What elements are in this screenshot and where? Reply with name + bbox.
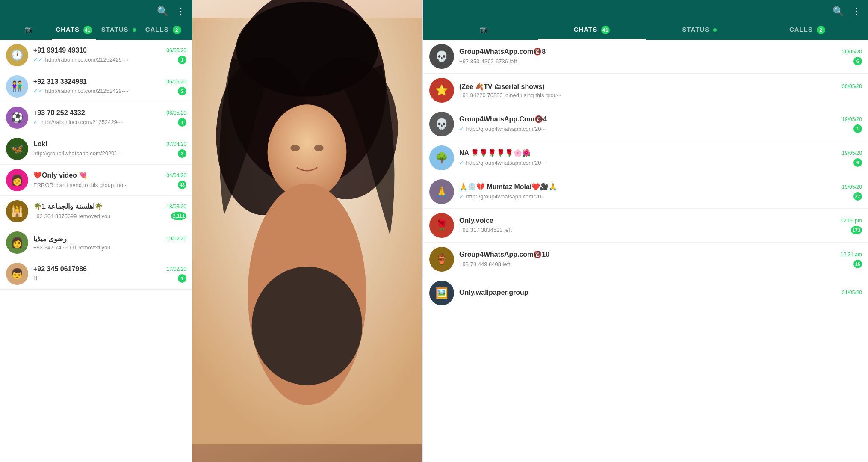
chat-name-5: 🌴اهلسنة والجماعة 1🌴 bbox=[33, 202, 103, 210]
left-chat-item-1[interactable]: 👫 +92 313 3324981 06/05/20 ✓✓ http://rab… bbox=[0, 71, 192, 102]
right-tab-status[interactable]: STATUS bbox=[646, 21, 753, 40]
right-chat-item-0[interactable]: 💀 Group4WhatsApp.com🔞8 26/05/20 +62 853-… bbox=[423, 40, 868, 74]
left-chat-item-5[interactable]: 🕌 🌴اهلسنة والجماعة 1🌴 18/03/20 +92 304 8… bbox=[0, 196, 192, 227]
right-camera-tab[interactable]: 📷 bbox=[430, 21, 538, 40]
right-unread-badge-5: 173 bbox=[851, 226, 862, 234]
left-chat-item-7[interactable]: 👦 +92 345 0617986 17/02/20 Hi 1 bbox=[0, 258, 192, 290]
right-unread-badge-3: 6 bbox=[853, 158, 862, 167]
right-header: 🔍 ⋮ 📷 CHATS 41 STATUS CALLS 2 bbox=[423, 0, 868, 40]
right-avatar-6: 🏺 bbox=[429, 247, 454, 272]
chats-badge: 41 bbox=[83, 26, 92, 34]
avatar-2: ⚽ bbox=[6, 107, 28, 129]
right-chat-time-7: 21/05/20 bbox=[842, 290, 862, 296]
right-tick-icon-3: ✓ bbox=[459, 160, 464, 166]
avatar-1: 👫 bbox=[6, 75, 28, 98]
right-chat-time-5: 12:09 pm bbox=[841, 218, 862, 224]
right-chat-preview-row-0: +62 853-4362-6736 left 6 bbox=[459, 57, 862, 65]
right-tab-chats[interactable]: CHATS 41 bbox=[538, 21, 646, 40]
right-chat-list: 💀 Group4WhatsApp.com🔞8 26/05/20 +62 853-… bbox=[423, 40, 868, 462]
right-chat-content-4: 🙏💿💔 Mumtaz Molai❤️🎥🙏 19/05/20 ✓ http://g… bbox=[459, 183, 862, 201]
right-chat-item-5[interactable]: 🌹 Only.voice 12:09 pm +92 317 3834523 le… bbox=[423, 209, 868, 243]
left-search-button[interactable]: 🔍 bbox=[157, 6, 168, 17]
right-chat-name-row-2: Group4WhatsApp.Com🔞4 19/05/20 bbox=[459, 115, 862, 123]
right-chat-preview-1: +91 84220 70880 joined using this grou··… bbox=[459, 92, 561, 98]
chat-preview-5: +92 304 8875699 removed you bbox=[33, 213, 110, 219]
right-chat-content-6: Group4WhatsApp.com🔞10 12:31 am +93 78 44… bbox=[459, 250, 862, 268]
avatar-7: 👦 bbox=[6, 263, 28, 285]
left-chat-item-0[interactable]: 🕐 +91 99149 49310 06/05/20 ✓✓ http://rab… bbox=[0, 40, 192, 71]
left-chat-item-3[interactable]: 🦋 Loki 07/04/20 http://group4whatsapp.co… bbox=[0, 133, 192, 165]
right-search-button[interactable]: 🔍 bbox=[833, 6, 844, 17]
right-chat-preview-row-5: +92 317 3834523 left 173 bbox=[459, 226, 862, 234]
left-menu-button[interactable]: ⋮ bbox=[176, 6, 186, 17]
chat-time-5: 18/03/20 bbox=[166, 204, 186, 210]
tick-icon-0: ✓✓ bbox=[33, 56, 43, 63]
left-tabs: 📷 CHATS 41 STATUS CALLS 2 bbox=[7, 21, 186, 40]
right-chat-item-1[interactable]: ⭐ (Zee 🍂TV 🗂serial shows) 30/05/20 +91 8… bbox=[423, 74, 868, 107]
chat-name-0: +91 99149 49310 bbox=[33, 47, 87, 54]
unread-badge-1: 2 bbox=[178, 87, 186, 95]
right-chat-content-7: Only.wallpaper.group 21/05/20 bbox=[459, 289, 862, 298]
chat-preview-6: +92 347 7459001 removed you bbox=[33, 244, 110, 251]
right-avatar-3: 🌳 bbox=[429, 145, 454, 170]
unread-badge-2: 1 bbox=[178, 118, 186, 127]
right-chat-name-row-3: NA 🌹🌹🌹🌹🌹🌸🌺 19/05/20 bbox=[459, 149, 862, 157]
right-chat-name-7: Only.wallpaper.group bbox=[459, 289, 528, 296]
avatar-6: 👩 bbox=[6, 231, 28, 254]
right-chat-item-3[interactable]: 🌳 NA 🌹🌹🌹🌹🌹🌸🌺 19/05/20 ✓ http://group4wha… bbox=[423, 141, 868, 175]
chat-time-4: 04/04/20 bbox=[166, 172, 186, 178]
right-avatar-5: 🌹 bbox=[429, 213, 454, 238]
left-camera-tab[interactable]: 📷 bbox=[7, 21, 52, 40]
right-menu-button[interactable]: ⋮ bbox=[852, 6, 861, 17]
left-chat-item-2[interactable]: ⚽ +93 70 252 4332 06/05/20 ✓ http://rabo… bbox=[0, 102, 192, 133]
right-chat-content-0: Group4WhatsApp.com🔞8 26/05/20 +62 853-43… bbox=[459, 47, 862, 65]
right-chat-preview-2: ✓ http://group4whatsapp.com/20··· bbox=[459, 126, 546, 132]
chat-name-row-6: رضوی میڈیا 19/02/20 bbox=[33, 235, 186, 243]
right-chat-item-7[interactable]: 🖼️ Only.wallpaper.group 21/05/20 bbox=[423, 276, 868, 310]
right-chat-preview-row-4: ✓ http://group4whatsapp.com/20··· 27 bbox=[459, 192, 862, 201]
left-tab-status[interactable]: STATUS bbox=[96, 21, 141, 40]
chat-name-2: +93 70 252 4332 bbox=[33, 109, 85, 117]
right-chat-time-0: 26/05/20 bbox=[842, 49, 862, 55]
right-chat-name-row-0: Group4WhatsApp.com🔞8 26/05/20 bbox=[459, 47, 862, 56]
status-dot bbox=[133, 28, 136, 32]
right-avatar-1: ⭐ bbox=[429, 78, 454, 103]
right-avatar-0: 💀 bbox=[429, 44, 454, 69]
left-tab-calls[interactable]: CALLS 2 bbox=[141, 21, 186, 40]
chat-preview-3: http://group4whatsapp.com/2020/··· bbox=[33, 150, 121, 157]
chat-preview-row-4: ERROR: can't send to this group, no··· 4… bbox=[33, 181, 186, 189]
right-chat-name-2: Group4WhatsApp.Com🔞4 bbox=[459, 115, 547, 123]
unread-badge-3: 3 bbox=[178, 149, 186, 158]
right-status-dot bbox=[713, 28, 717, 32]
right-chat-name-5: Only.voice bbox=[459, 217, 493, 225]
right-chats-badge: 41 bbox=[601, 26, 610, 34]
chat-preview-4: ERROR: can't send to this group, no··· bbox=[33, 182, 128, 188]
right-chat-item-4[interactable]: 🙏 🙏💿💔 Mumtaz Molai❤️🎥🙏 19/05/20 ✓ http:/… bbox=[423, 175, 868, 209]
chat-time-6: 19/02/20 bbox=[166, 236, 186, 242]
chat-preview-2: ✓ http://raboninco.com/21252429-··· bbox=[33, 119, 124, 125]
chat-name-row-4: ❤️Only video 💘 04/04/20 bbox=[33, 171, 186, 179]
chat-preview-row-0: ✓✓ http://raboninco.com/21252429-··· 1 bbox=[33, 56, 186, 64]
chat-content-1: +92 313 3324981 06/05/20 ✓✓ http://rabon… bbox=[33, 78, 186, 95]
right-tick-icon-2: ✓ bbox=[459, 126, 464, 132]
right-unread-badge-6: 16 bbox=[853, 260, 862, 268]
right-tab-calls[interactable]: CALLS 2 bbox=[753, 21, 861, 40]
right-chat-name-row-7: Only.wallpaper.group 21/05/20 bbox=[459, 289, 862, 296]
person-photo bbox=[192, 0, 422, 462]
unread-badge-5: 2,111 bbox=[171, 212, 186, 220]
right-chat-item-6[interactable]: 🏺 Group4WhatsApp.com🔞10 12:31 am +93 78 … bbox=[423, 243, 868, 276]
right-chat-preview-0: +62 853-4362-6736 left bbox=[459, 58, 517, 65]
right-chat-time-6: 12:31 am bbox=[841, 252, 862, 258]
right-chat-name-3: NA 🌹🌹🌹🌹🌹🌸🌺 bbox=[459, 149, 531, 157]
chat-name-1: +92 313 3324981 bbox=[33, 78, 87, 86]
right-chat-item-2[interactable]: 💀 Group4WhatsApp.Com🔞4 19/05/20 ✓ http:/… bbox=[423, 107, 868, 141]
right-chat-name-0: Group4WhatsApp.com🔞8 bbox=[459, 47, 546, 56]
left-tab-chats[interactable]: CHATS 41 bbox=[52, 21, 97, 40]
avatar-0: 🕐 bbox=[6, 44, 28, 66]
left-chat-item-4[interactable]: 👩 ❤️Only video 💘 04/04/20 ERROR: can't s… bbox=[0, 165, 192, 196]
calls-badge: 2 bbox=[173, 26, 181, 34]
right-chat-preview-row-3: ✓ http://group4whatsapp.com/20··· 6 bbox=[459, 158, 862, 167]
chat-content-0: +91 99149 49310 06/05/20 ✓✓ http://rabon… bbox=[33, 47, 186, 64]
left-chat-item-6[interactable]: 👩 رضوی میڈیا 19/02/20 +92 347 7459001 re… bbox=[0, 227, 192, 258]
chat-preview-row-6: +92 347 7459001 removed you bbox=[33, 244, 186, 251]
